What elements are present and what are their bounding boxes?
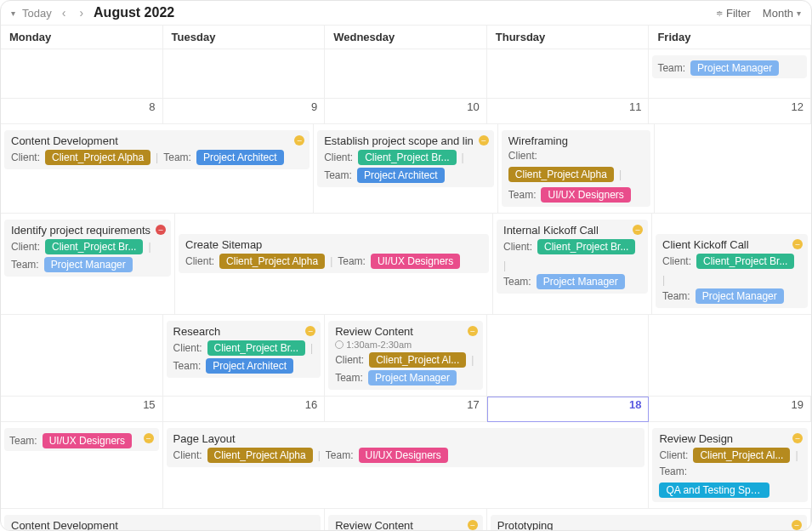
team-pill[interactable]: QA and Testing Special: [659, 482, 769, 498]
client-label: Client:: [173, 342, 202, 354]
header-wednesday: Wednesday: [325, 26, 487, 49]
cell-wed-10-date[interactable]: 10: [325, 99, 487, 124]
event-client-kickoff[interactable]: – Client Kickoff Call Client: Client_Pro…: [656, 234, 808, 308]
calendar-toolbar: ▾ Today ‹ › August 2022 ≑Filter Month ▾: [1, 1, 811, 26]
event-internal-kickoff[interactable]: – Internal Kickoff Call Client: Client_P…: [497, 220, 648, 294]
event-time: 1:30am-2:30am: [346, 340, 412, 350]
client-pill[interactable]: Client_Project Br...: [207, 340, 305, 356]
status-icon: –: [305, 326, 315, 336]
cell-tue-9-date[interactable]: 9: [163, 99, 326, 124]
cell-fri-12-top[interactable]: Team: Project Manager: [649, 49, 811, 99]
client-pill[interactable]: Client_Project Br...: [696, 254, 794, 269]
team-pill[interactable]: Project Manager: [690, 60, 779, 76]
cell-date-16[interactable]: 16: [163, 397, 326, 422]
event-review-content[interactable]: – Review Content 1:30am-2:30am Client: C…: [328, 321, 483, 390]
next-month-button[interactable]: ›: [76, 4, 87, 21]
event-partial-team[interactable]: Team: Project Manager: [652, 55, 807, 78]
date-16: 16: [305, 398, 317, 411]
team-label: Team:: [173, 360, 202, 372]
cell-date-15[interactable]: 15: [1, 397, 163, 422]
month-title: August 2022: [94, 5, 174, 20]
date-17: 17: [467, 398, 479, 411]
client-label: Client:: [173, 449, 202, 461]
cell-thu-11-date[interactable]: 11: [487, 99, 650, 124]
prev-month-button[interactable]: ‹: [59, 4, 70, 21]
event-title: Prototyping: [497, 519, 800, 531]
client-pill[interactable]: Client_Project Alpha: [45, 150, 150, 165]
event-prototyping[interactable]: – Prototyping Client: Client_Project Alp…: [491, 515, 807, 531]
date-9: 9: [311, 100, 317, 113]
team-label: Team:: [659, 465, 687, 477]
event-title: Review Content: [335, 519, 476, 531]
event-identify-req[interactable]: – Identify project requirements Client: …: [4, 220, 171, 277]
header-thursday: Thursday: [487, 26, 650, 49]
client-pill[interactable]: Client_Project Alpha: [207, 448, 313, 463]
cell-date-18[interactable]: 18: [487, 397, 650, 422]
event-title: Wireframing: [508, 134, 644, 147]
team-label: Team:: [657, 62, 685, 74]
cell-mon-8-top[interactable]: [1, 49, 163, 99]
client-pill[interactable]: Client_Project Br...: [358, 150, 456, 165]
filter-label: Filter: [726, 7, 751, 20]
filter-icon: ≑: [716, 9, 723, 18]
client-label: Client:: [185, 255, 214, 267]
status-icon: –: [144, 433, 154, 443]
team-label: Team:: [326, 449, 354, 461]
event-title: Content Development: [11, 519, 314, 531]
team-pill[interactable]: UI/UX Designers: [371, 254, 460, 269]
collapse-icon[interactable]: ▾: [11, 9, 15, 18]
client-label: Client:: [335, 354, 364, 366]
client-pill[interactable]: Client_Project Alpha: [219, 254, 325, 269]
team-pill[interactable]: Project Manager: [537, 274, 625, 289]
event-team-only[interactable]: – Team: UI/UX Designers: [4, 428, 159, 451]
client-pill[interactable]: Client_Project Al...: [693, 448, 790, 463]
view-label: Month: [763, 7, 793, 20]
event-title: Content Development: [11, 134, 303, 147]
date-11: 11: [629, 100, 641, 113]
team-pill[interactable]: UI/UX Designers: [359, 448, 448, 463]
cell-tue-9-top[interactable]: [163, 49, 326, 99]
team-pill[interactable]: Project Architect: [357, 168, 445, 183]
event-wireframing[interactable]: Wireframing Client: Client_Project Alpha…: [502, 130, 650, 207]
event-review-design[interactable]: – Review Design Client: Client_Project A…: [652, 428, 808, 502]
event-title: Review Design: [659, 432, 801, 445]
event-research[interactable]: – Research Client: Client_Project Br... …: [167, 321, 321, 378]
view-selector[interactable]: Month ▾: [763, 7, 801, 20]
event-title: Page Layout: [173, 432, 639, 445]
status-icon: –: [294, 135, 304, 146]
header-friday: Friday: [649, 26, 811, 49]
cell-wed-10-top[interactable]: [325, 49, 487, 99]
team-pill[interactable]: UI/UX Designers: [43, 433, 132, 448]
team-label: Team:: [324, 169, 352, 181]
event-content-dev-2[interactable]: Content Development Client: Client_Proje…: [4, 515, 321, 531]
date-12: 12: [792, 100, 803, 113]
cell-date-19[interactable]: 19: [649, 397, 811, 422]
team-pill[interactable]: Project Architect: [196, 150, 284, 165]
team-label: Team:: [662, 290, 690, 302]
status-icon: –: [792, 520, 802, 530]
client-pill[interactable]: Client_Project Br...: [45, 239, 143, 254]
client-pill[interactable]: Client_Project Al...: [369, 352, 466, 368]
cell-date-17[interactable]: 17: [325, 397, 487, 422]
filter-button[interactable]: ≑Filter: [716, 7, 751, 20]
team-pill[interactable]: Project Manager: [44, 257, 133, 272]
team-pill[interactable]: Project Manager: [696, 288, 784, 304]
event-review-content-2[interactable]: – Review Content Client: Client_Project …: [328, 515, 483, 531]
event-content-dev[interactable]: – Content Development Client: Client_Pro…: [4, 130, 309, 169]
client-pill[interactable]: Client_Project Alpha: [508, 167, 614, 182]
client-label: Client:: [11, 241, 40, 253]
client-pill[interactable]: Client_Project Br...: [537, 239, 635, 254]
team-pill[interactable]: Project Architect: [206, 358, 293, 374]
cell-mon-8-date[interactable]: 8: [1, 99, 163, 124]
date-15: 15: [143, 398, 155, 411]
team-pill[interactable]: UI/UX Designers: [541, 187, 630, 203]
today-button[interactable]: Today: [22, 7, 52, 20]
cell-fri-12-date[interactable]: 12: [649, 99, 811, 124]
event-page-layout[interactable]: Page Layout Client: Client_Project Alpha…: [167, 428, 645, 467]
event-create-sitemap[interactable]: Create Sitemap Client: Client_Project Al…: [179, 234, 489, 273]
team-pill[interactable]: Project Manager: [368, 370, 457, 385]
status-icon: –: [633, 225, 643, 235]
cell-thu-11-top[interactable]: [487, 49, 650, 99]
event-title: Identify project requirements: [11, 224, 164, 237]
event-establish-scope[interactable]: – Establish project scope and lin Client…: [317, 130, 494, 187]
